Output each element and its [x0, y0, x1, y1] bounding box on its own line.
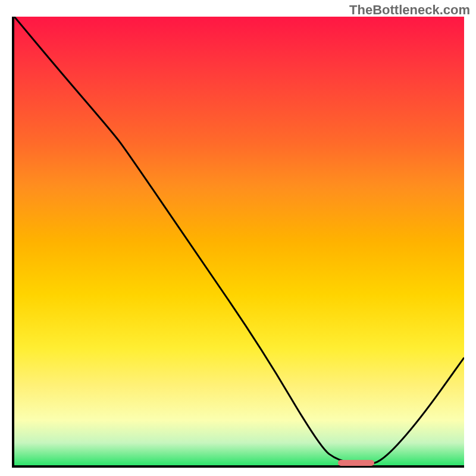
chart-gradient-background	[14, 17, 464, 465]
optimal-zone-marker	[338, 460, 374, 466]
watermark-text: TheBottleneck.com	[349, 2, 470, 18]
chart-plot-area	[12, 17, 464, 468]
